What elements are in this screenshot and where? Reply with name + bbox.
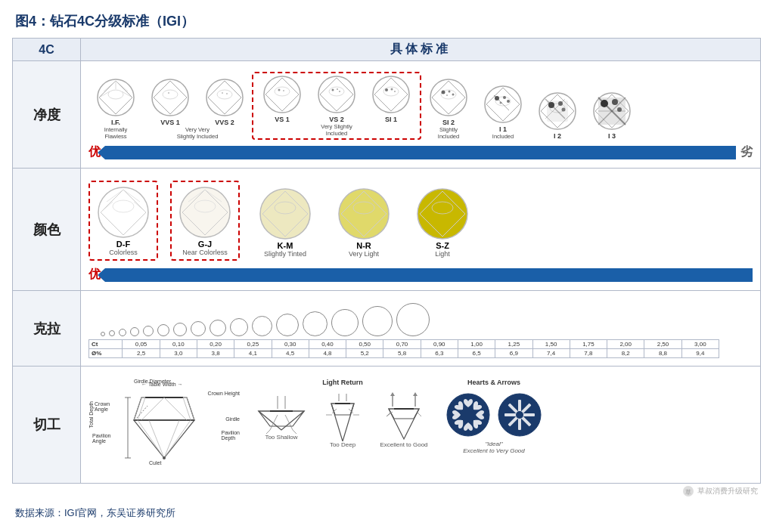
carat-ct-11: 1,25: [495, 340, 532, 349]
svg-point-26: [337, 88, 338, 90]
carat-circle-5: [143, 326, 154, 336]
carat-ct-6: 0,40: [309, 340, 346, 349]
page-title: 图4：钻石4C分级标准（IGI）: [12, 12, 761, 30]
carat-circle-7: [173, 323, 187, 336]
carat-circle-11: [252, 316, 272, 336]
color-NR: N-R Very Light: [331, 184, 397, 261]
cut-too-shallow: Too Shallow: [255, 392, 308, 448]
cut-diagram: Girdle Diameter ←Table Width→ Crown Heig…: [88, 379, 240, 471]
clarity-IF: I.F. InternallyFlawless: [88, 78, 143, 140]
svg-point-12: [206, 79, 243, 116]
svg-point-19: [275, 87, 290, 96]
carat-ct-5: 0,30: [272, 340, 309, 349]
clarity-VS2: VS 2: [309, 75, 364, 123]
carat-circle-9: [210, 320, 226, 336]
ct-label: Ct: [89, 340, 123, 349]
svg-marker-23: [320, 78, 353, 111]
svg-marker-35: [432, 81, 465, 114]
clarity-I3: I 3: [585, 91, 639, 140]
svg-marker-18: [265, 78, 299, 111]
label-crown-height: Crown Height: [208, 391, 240, 396]
svg-marker-9: [154, 81, 187, 114]
svg-point-55: [562, 108, 566, 112]
carat-circle-3: [119, 329, 126, 336]
color-SZ: S-Z Light: [409, 184, 476, 261]
cut-row: 切工: [13, 367, 761, 484]
carat-ct-15: 2,50: [644, 340, 681, 349]
svg-point-7: [108, 90, 123, 99]
carat-content: Ct 0,05 0,10 0,20 0,25 0,30 0,40 0,50 0,…: [81, 291, 761, 367]
carat-ct-13: 1,75: [570, 340, 607, 349]
svg-point-11: [168, 92, 169, 94]
carat-ct-16: 3,00: [681, 340, 719, 349]
svg-point-14: [217, 90, 232, 99]
clarity-I2: I 2: [530, 91, 585, 140]
cut-category: 切工: [13, 367, 81, 484]
carat-circle-8: [191, 321, 206, 336]
color-GJ: G-J Near Colorless: [170, 181, 240, 261]
clarity-VVS1: VVS 1: [143, 78, 197, 126]
svg-marker-136: [413, 392, 418, 396]
carat-ct-8: 0,70: [383, 340, 421, 349]
carat-ct-7: 0,50: [346, 340, 383, 349]
svg-marker-116: [331, 404, 354, 415]
svg-point-34: [430, 79, 467, 116]
carat-ct-2: 0,10: [160, 340, 197, 349]
svg-point-38: [449, 91, 451, 93]
carat-category: 克拉: [13, 291, 81, 367]
clarity-I1: I 1 Included: [476, 85, 530, 140]
carat-ct-10: 1,00: [458, 340, 495, 349]
svg-marker-13: [208, 81, 241, 114]
cut-content: Girdle Diameter ←Table Width→ Crown Heig…: [81, 367, 761, 484]
svg-point-37: [442, 91, 445, 94]
svg-point-25: [332, 89, 334, 91]
cut-ideal-label: "Ideal"Excellent to Very Good: [463, 441, 525, 454]
label-crown-angle: CrownAngle: [95, 401, 110, 412]
main-table: 4C 具体标准 净度: [12, 38, 761, 484]
svg-point-46: [507, 100, 510, 103]
svg-point-45: [503, 96, 506, 99]
svg-marker-89: [134, 420, 194, 458]
svg-point-21: [283, 90, 284, 91]
label-pavilion-depth: PavilionDepth: [221, 430, 240, 441]
carat-ct-14: 2,00: [607, 340, 644, 349]
svg-point-8: [152, 79, 188, 116]
carat-circle-6: [157, 324, 169, 336]
svg-text:草: 草: [685, 489, 691, 496]
svg-marker-29: [374, 78, 408, 111]
clarity-VVS2: VVS 2: [197, 78, 252, 126]
clarity-row: 净度: [13, 61, 761, 169]
svg-point-147: [516, 411, 523, 419]
header-col2: 具体标准: [81, 39, 761, 61]
label-pavilion-angle: PavilionAngle: [92, 433, 111, 444]
color-category: 颜色: [13, 169, 81, 291]
svg-point-16: [226, 93, 228, 94]
svg-point-39: [452, 94, 455, 96]
hearts-arrows-section: Hearts & Arrows: [445, 379, 542, 454]
svg-point-40: [446, 94, 448, 96]
svg-point-10: [163, 90, 178, 99]
carat-circle-4: [130, 327, 139, 336]
svg-point-24: [329, 87, 344, 96]
label-table-width: ←Table Width→: [141, 382, 183, 387]
label-girdle: Girdle: [225, 416, 240, 422]
carat-ct-9: 0,90: [421, 340, 458, 349]
clarity-content: I.F. InternallyFlawless: [81, 61, 761, 169]
carat-ct-1: 0,05: [123, 340, 160, 349]
carat-ct-4: 0,25: [234, 340, 272, 349]
clarity-VS1: VS 1: [255, 75, 309, 123]
carat-circle-12: [276, 314, 299, 336]
svg-point-30: [383, 87, 399, 96]
mm-label: Ø%: [89, 349, 123, 358]
carat-ct-3: 0,20: [197, 340, 234, 349]
label-culet: Culet: [149, 460, 161, 466]
light-return-section: Light Return: [255, 379, 430, 448]
carat-ct-12: 1,50: [532, 340, 570, 349]
carat-circle-1: [101, 332, 105, 336]
svg-point-62: [612, 99, 618, 105]
svg-point-22: [318, 76, 355, 113]
clarity-SI2: SI 2 SlightlyIncluded: [421, 78, 476, 140]
clarity-category: 净度: [13, 61, 81, 169]
carat-table: Ct 0,05 0,10 0,20 0,25 0,30 0,40 0,50 0,…: [88, 339, 719, 358]
cut-excellent-good: Excellent to Good: [377, 392, 430, 448]
